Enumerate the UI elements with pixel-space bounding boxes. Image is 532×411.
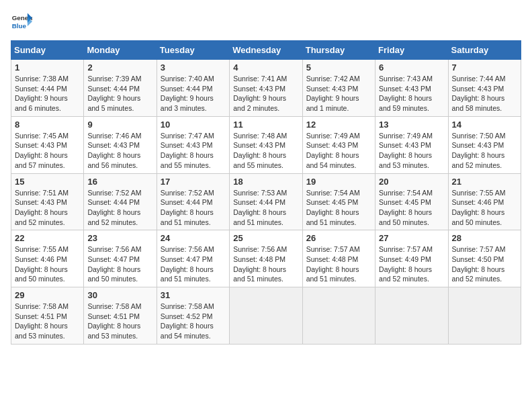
calendar-cell: 16Sunrise: 7:52 AM Sunset: 4:44 PM Dayli… (84, 173, 157, 230)
calendar-cell (302, 287, 375, 345)
day-info: Sunrise: 7:58 AM Sunset: 4:51 PM Dayligh… (87, 302, 152, 341)
day-info: Sunrise: 7:44 AM Sunset: 4:43 PM Dayligh… (452, 74, 517, 113)
day-number: 10 (161, 120, 226, 130)
day-info: Sunrise: 7:45 AM Sunset: 4:43 PM Dayligh… (15, 131, 80, 171)
day-number: 21 (452, 177, 517, 187)
calendar-cell: 13Sunrise: 7:49 AM Sunset: 4:43 PM Dayli… (375, 116, 448, 173)
calendar-cell: 15Sunrise: 7:51 AM Sunset: 4:43 PM Dayli… (11, 173, 84, 230)
weekday-header-saturday: Saturday (448, 41, 521, 60)
day-info: Sunrise: 7:42 AM Sunset: 4:43 PM Dayligh… (306, 74, 371, 113)
calendar-cell: 26Sunrise: 7:57 AM Sunset: 4:48 PM Dayli… (302, 230, 375, 287)
day-number: 27 (379, 233, 444, 243)
day-number: 4 (233, 62, 298, 73)
day-number: 23 (87, 233, 152, 243)
calendar-cell: 11Sunrise: 7:48 AM Sunset: 4:43 PM Dayli… (230, 116, 302, 173)
day-info: Sunrise: 7:57 AM Sunset: 4:48 PM Dayligh… (306, 244, 371, 284)
calendar-cell: 28Sunrise: 7:57 AM Sunset: 4:50 PM Dayli… (448, 230, 521, 287)
calendar-cell: 19Sunrise: 7:54 AM Sunset: 4:45 PM Dayli… (302, 173, 375, 230)
day-info: Sunrise: 7:48 AM Sunset: 4:43 PM Dayligh… (233, 131, 298, 171)
calendar-cell: 17Sunrise: 7:52 AM Sunset: 4:44 PM Dayli… (157, 173, 229, 230)
day-info: Sunrise: 7:56 AM Sunset: 4:47 PM Dayligh… (161, 244, 226, 284)
day-number: 7 (452, 62, 517, 73)
logo: General Blue (11, 11, 32, 32)
day-info: Sunrise: 7:56 AM Sunset: 4:47 PM Dayligh… (87, 244, 152, 284)
page-header: General Blue (11, 11, 521, 32)
weekday-header-monday: Monday (84, 41, 157, 60)
calendar-table: SundayMondayTuesdayWednesdayThursdayFrid… (11, 40, 521, 345)
day-number: 16 (87, 177, 152, 187)
calendar-cell: 18Sunrise: 7:53 AM Sunset: 4:44 PM Dayli… (230, 173, 302, 230)
day-info: Sunrise: 7:54 AM Sunset: 4:45 PM Dayligh… (379, 188, 444, 228)
day-number: 18 (233, 177, 298, 187)
day-info: Sunrise: 7:57 AM Sunset: 4:50 PM Dayligh… (452, 244, 517, 284)
calendar-cell: 12Sunrise: 7:49 AM Sunset: 4:43 PM Dayli… (302, 116, 375, 173)
calendar-cell: 9Sunrise: 7:46 AM Sunset: 4:43 PM Daylig… (84, 116, 157, 173)
calendar-cell: 24Sunrise: 7:56 AM Sunset: 4:47 PM Dayli… (157, 230, 229, 287)
day-number: 28 (452, 233, 517, 243)
day-number: 1 (15, 62, 80, 73)
weekday-header-sunday: Sunday (11, 41, 84, 60)
calendar-cell (230, 287, 302, 345)
day-info: Sunrise: 7:52 AM Sunset: 4:44 PM Dayligh… (87, 188, 152, 228)
day-info: Sunrise: 7:57 AM Sunset: 4:49 PM Dayligh… (379, 244, 444, 284)
day-number: 5 (306, 62, 371, 73)
day-info: Sunrise: 7:55 AM Sunset: 4:46 PM Dayligh… (452, 188, 517, 228)
calendar-cell: 30Sunrise: 7:58 AM Sunset: 4:51 PM Dayli… (84, 287, 157, 345)
day-number: 17 (161, 177, 226, 187)
day-number: 19 (306, 177, 371, 187)
calendar-cell: 6Sunrise: 7:43 AM Sunset: 4:43 PM Daylig… (375, 60, 448, 117)
calendar-cell: 31Sunrise: 7:58 AM Sunset: 4:52 PM Dayli… (157, 287, 229, 345)
calendar-cell: 25Sunrise: 7:56 AM Sunset: 4:48 PM Dayli… (230, 230, 302, 287)
calendar-cell: 23Sunrise: 7:56 AM Sunset: 4:47 PM Dayli… (84, 230, 157, 287)
day-number: 6 (379, 62, 444, 73)
day-number: 29 (15, 290, 80, 300)
calendar-cell: 27Sunrise: 7:57 AM Sunset: 4:49 PM Dayli… (375, 230, 448, 287)
calendar-cell (375, 287, 448, 345)
day-number: 12 (306, 120, 371, 130)
day-number: 2 (87, 62, 152, 73)
day-info: Sunrise: 7:39 AM Sunset: 4:44 PM Dayligh… (87, 74, 152, 113)
day-info: Sunrise: 7:41 AM Sunset: 4:43 PM Dayligh… (233, 74, 298, 113)
weekday-header-wednesday: Wednesday (230, 41, 302, 60)
calendar-cell: 29Sunrise: 7:58 AM Sunset: 4:51 PM Dayli… (11, 287, 84, 345)
day-info: Sunrise: 7:43 AM Sunset: 4:43 PM Dayligh… (379, 74, 444, 113)
day-number: 26 (306, 233, 371, 243)
day-info: Sunrise: 7:40 AM Sunset: 4:44 PM Dayligh… (161, 74, 226, 113)
calendar-cell: 2Sunrise: 7:39 AM Sunset: 4:44 PM Daylig… (84, 60, 157, 117)
calendar-cell: 14Sunrise: 7:50 AM Sunset: 4:43 PM Dayli… (448, 116, 521, 173)
day-info: Sunrise: 7:49 AM Sunset: 4:43 PM Dayligh… (379, 131, 444, 171)
calendar-cell: 8Sunrise: 7:45 AM Sunset: 4:43 PM Daylig… (11, 116, 84, 173)
day-info: Sunrise: 7:55 AM Sunset: 4:46 PM Dayligh… (15, 244, 80, 284)
day-info: Sunrise: 7:38 AM Sunset: 4:44 PM Dayligh… (15, 74, 80, 113)
calendar-cell: 22Sunrise: 7:55 AM Sunset: 4:46 PM Dayli… (11, 230, 84, 287)
calendar-cell: 5Sunrise: 7:42 AM Sunset: 4:43 PM Daylig… (302, 60, 375, 117)
weekday-header-friday: Friday (375, 41, 448, 60)
day-info: Sunrise: 7:50 AM Sunset: 4:43 PM Dayligh… (452, 131, 517, 171)
day-number: 31 (161, 290, 226, 300)
calendar-cell: 7Sunrise: 7:44 AM Sunset: 4:43 PM Daylig… (448, 60, 521, 117)
day-number: 3 (161, 62, 226, 73)
calendar-cell: 3Sunrise: 7:40 AM Sunset: 4:44 PM Daylig… (157, 60, 229, 117)
day-info: Sunrise: 7:54 AM Sunset: 4:45 PM Dayligh… (306, 188, 371, 228)
day-number: 22 (15, 233, 80, 243)
day-info: Sunrise: 7:58 AM Sunset: 4:52 PM Dayligh… (161, 302, 226, 341)
calendar-cell: 4Sunrise: 7:41 AM Sunset: 4:43 PM Daylig… (230, 60, 302, 117)
day-number: 11 (233, 120, 298, 130)
weekday-header-tuesday: Tuesday (157, 41, 229, 60)
day-number: 13 (379, 120, 444, 130)
day-number: 8 (15, 120, 80, 130)
calendar-cell: 1Sunrise: 7:38 AM Sunset: 4:44 PM Daylig… (11, 60, 84, 117)
svg-text:Blue: Blue (12, 22, 27, 30)
day-info: Sunrise: 7:56 AM Sunset: 4:48 PM Dayligh… (233, 244, 298, 284)
calendar-cell: 21Sunrise: 7:55 AM Sunset: 4:46 PM Dayli… (448, 173, 521, 230)
calendar-cell (448, 287, 521, 345)
calendar-cell: 20Sunrise: 7:54 AM Sunset: 4:45 PM Dayli… (375, 173, 448, 230)
day-number: 20 (379, 177, 444, 187)
day-info: Sunrise: 7:51 AM Sunset: 4:43 PM Dayligh… (15, 188, 80, 228)
day-info: Sunrise: 7:47 AM Sunset: 4:43 PM Dayligh… (161, 131, 226, 171)
day-number: 9 (87, 120, 152, 130)
calendar-cell: 10Sunrise: 7:47 AM Sunset: 4:43 PM Dayli… (157, 116, 229, 173)
day-info: Sunrise: 7:49 AM Sunset: 4:43 PM Dayligh… (306, 131, 371, 171)
weekday-header-thursday: Thursday (302, 41, 375, 60)
day-number: 25 (233, 233, 298, 243)
